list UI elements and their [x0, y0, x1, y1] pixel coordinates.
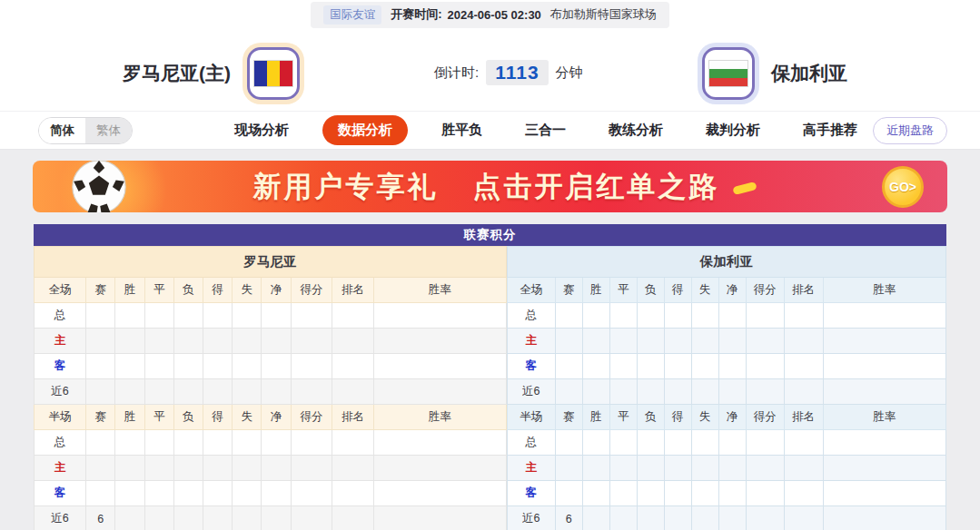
nav-bar: 简体 繁体 现场分析 数据分析 胜平负 三合一 教练分析 裁判分析 高手推荐 近…	[0, 111, 980, 150]
stat-cell	[233, 329, 262, 354]
stat-cell	[332, 303, 374, 329]
stat-cell	[823, 329, 945, 354]
column-header: 半场	[35, 405, 86, 430]
stat-cell	[691, 456, 718, 481]
stat-cell	[746, 430, 785, 456]
stat-cell	[203, 303, 232, 329]
language-toggle[interactable]: 简体 繁体	[38, 117, 133, 144]
stat-cell	[291, 379, 332, 405]
stat-cell	[746, 329, 785, 354]
stat-cell	[582, 506, 609, 530]
column-header: 平	[144, 278, 173, 303]
row-label-away: 客	[507, 481, 555, 506]
column-header: 排名	[785, 405, 824, 430]
stat-cell	[609, 379, 637, 405]
banner-title: 新用户专享礼	[253, 171, 439, 202]
nav-tabs: 现场分析 数据分析 胜平负 三合一 教练分析 裁判分析 高手推荐	[225, 115, 866, 145]
column-header: 失	[233, 278, 262, 303]
table-row: 总	[507, 430, 945, 456]
column-header: 负	[637, 405, 664, 430]
stat-cell	[637, 430, 664, 456]
stat-cell	[233, 506, 262, 530]
stat-cell	[785, 379, 824, 405]
promo-banner[interactable]: 新用户专享礼点击开启红单之路 GO>	[33, 161, 947, 212]
stat-cell	[262, 329, 291, 354]
stat-cell	[86, 481, 115, 506]
table-row: 近6	[35, 379, 507, 405]
stat-cell	[262, 456, 291, 481]
column-header: 净	[262, 278, 291, 303]
stat-cell	[582, 430, 609, 456]
table-row: 总	[35, 430, 507, 456]
lang-traditional[interactable]: 繁体	[85, 118, 132, 143]
stat-cell	[173, 354, 203, 379]
stat-cell	[173, 303, 203, 329]
stat-cell	[262, 354, 291, 379]
stat-cell	[115, 430, 144, 456]
stat-cell	[691, 506, 718, 530]
stat-cell	[332, 379, 374, 405]
stat-cell	[203, 329, 232, 354]
stat-cell	[746, 379, 785, 405]
stat-cell	[637, 456, 664, 481]
stat-cell	[555, 354, 582, 379]
column-header: 负	[173, 405, 203, 430]
lang-simplified[interactable]: 简体	[39, 118, 85, 143]
table-row: 近66	[507, 506, 945, 530]
stat-cell	[664, 481, 691, 506]
column-header: 赛	[86, 405, 115, 430]
match-info-bar: 国际友谊 开赛时间: 2024-06-05 02:30 布加勒斯特国家球场	[0, 0, 980, 29]
stat-cell	[691, 329, 718, 354]
stat-cell	[746, 481, 785, 506]
column-header: 失	[233, 405, 262, 430]
tab-live-analysis[interactable]: 现场分析	[225, 116, 298, 144]
tab-coach-analysis[interactable]: 教练分析	[599, 116, 672, 144]
stat-cell	[785, 481, 824, 506]
column-header: 排名	[332, 278, 374, 303]
tab-referee-analysis[interactable]: 裁判分析	[697, 116, 769, 144]
stat-cell	[291, 329, 332, 354]
table-row: 主	[35, 456, 507, 481]
stat-cell	[823, 456, 945, 481]
stat-cell	[144, 456, 173, 481]
stat-cell	[233, 354, 262, 379]
stat-cell	[664, 379, 691, 405]
tab-win-draw-loss[interactable]: 胜平负	[432, 116, 491, 144]
stat-cell	[291, 481, 332, 506]
tab-data-analysis[interactable]: 数据分析	[322, 115, 408, 145]
stat-cell	[262, 379, 291, 405]
stat-cell	[332, 430, 374, 456]
stat-cell	[718, 329, 746, 354]
home-team-stats: 罗马尼亚全场赛胜平负得失净得分排名胜率总主客近6半场赛胜平负得失净得分排名胜率总…	[34, 246, 507, 530]
stat-cell	[144, 430, 173, 456]
table-row: 近6	[507, 379, 945, 405]
banner-text: 新用户专享礼点击开启红单之路	[127, 168, 882, 206]
column-header: 负	[637, 278, 664, 303]
stat-cell	[203, 430, 232, 456]
stat-cell	[823, 354, 945, 379]
stat-cell	[746, 354, 785, 379]
stat-cell	[823, 379, 945, 405]
column-header: 净	[262, 405, 291, 430]
stat-cell	[785, 329, 824, 354]
go-button[interactable]: GO>	[882, 166, 924, 208]
stat-cell	[144, 481, 173, 506]
row-label-home: 主	[507, 329, 555, 354]
stat-cell	[691, 430, 718, 456]
stat-cell	[823, 506, 945, 530]
stat-cell	[785, 354, 824, 379]
stat-cell	[823, 303, 945, 329]
stat-cell	[233, 456, 262, 481]
table-row: 客	[35, 354, 507, 379]
tab-expert-picks[interactable]: 高手推荐	[794, 116, 866, 144]
tab-three-in-one[interactable]: 三合一	[516, 116, 575, 144]
row-label-total: 总	[507, 430, 555, 456]
row-label-total: 总	[507, 303, 555, 329]
column-header: 失	[691, 405, 718, 430]
stat-cell	[691, 481, 718, 506]
column-header: 胜	[115, 278, 144, 303]
recent-trends-button[interactable]: 近期盘路	[873, 117, 947, 144]
column-header: 胜率	[374, 405, 507, 430]
stat-cell	[262, 481, 291, 506]
column-header: 胜率	[823, 278, 945, 303]
